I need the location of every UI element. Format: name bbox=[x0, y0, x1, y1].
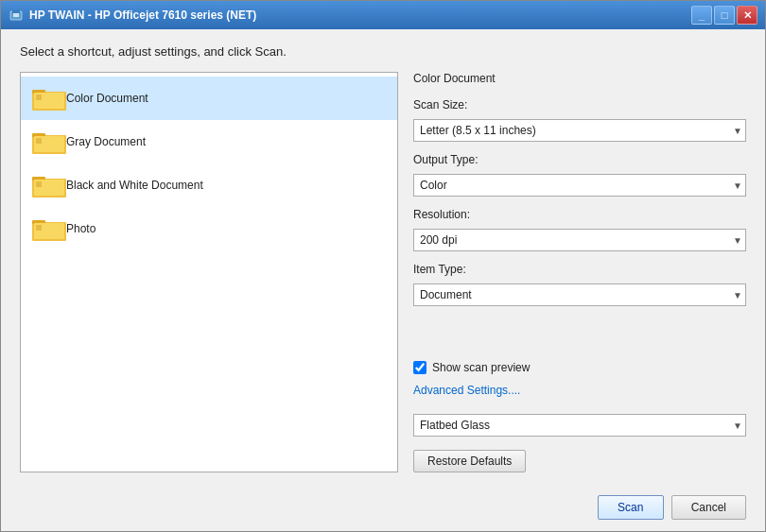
cancel-button[interactable]: Cancel bbox=[671, 495, 746, 520]
scan-size-dropdown-container: Letter (8.5 x 11 inches) Legal A4 Custom… bbox=[413, 119, 746, 142]
shortcut-label-color-doc: Color Document bbox=[66, 92, 148, 105]
shortcut-item-color-doc[interactable]: Color Document bbox=[21, 77, 397, 120]
restore-defaults-button[interactable]: Restore Defaults bbox=[413, 450, 526, 472]
show-preview-checkbox[interactable] bbox=[413, 361, 427, 374]
main-area: Color Document Gray Document bbox=[20, 72, 746, 472]
svg-rect-1 bbox=[12, 9, 20, 13]
close-button[interactable]: ✕ bbox=[737, 6, 757, 25]
minimize-button[interactable]: _ bbox=[691, 6, 712, 25]
svg-rect-12 bbox=[34, 136, 64, 152]
output-type-dropdown[interactable]: Color Grayscale Black and White bbox=[413, 174, 746, 197]
resolution-dropdown-container: 75 dpi 100 dpi 150 dpi 200 dpi 300 dpi 6… bbox=[413, 229, 746, 251]
shortcut-list: Color Document Gray Document bbox=[20, 72, 398, 472]
item-type-dropdown[interactable]: Document Photo Text bbox=[413, 283, 746, 306]
scan-button[interactable]: Scan bbox=[598, 495, 664, 520]
source-dropdown-container: Flatbed Glass Automatic Document Feeder … bbox=[413, 414, 746, 437]
svg-rect-2 bbox=[13, 13, 19, 17]
resolution-dropdown[interactable]: 75 dpi 100 dpi 150 dpi 200 dpi 300 dpi 6… bbox=[413, 229, 746, 251]
folder-icon-photo bbox=[32, 215, 66, 243]
settings-panel: Color Document Scan Size: Letter (8.5 x … bbox=[413, 72, 746, 472]
title-text: HP TWAIN - HP Officejet 7610 series (NET… bbox=[29, 9, 691, 22]
restore-button[interactable]: □ bbox=[714, 6, 735, 25]
app-icon bbox=[9, 8, 24, 23]
shortcut-label-photo: Photo bbox=[66, 222, 96, 235]
show-preview-label[interactable]: Show scan preview bbox=[432, 361, 530, 374]
window-controls: _ □ ✕ bbox=[691, 6, 757, 25]
item-type-label: Item Type: bbox=[413, 263, 746, 276]
window-content: Select a shortcut, adjust settings, and … bbox=[1, 29, 765, 488]
svg-rect-18 bbox=[34, 180, 64, 196]
main-window: HP TWAIN - HP Officejet 7610 series (NET… bbox=[0, 0, 766, 532]
shortcut-item-bw-doc[interactable]: Black and White Document bbox=[21, 163, 397, 207]
source-dropdown-row: Flatbed Glass Automatic Document Feeder … bbox=[413, 414, 746, 437]
instruction-text: Select a shortcut, adjust settings, and … bbox=[20, 44, 746, 59]
settings-group-label: Color Document bbox=[413, 72, 746, 85]
shortcut-item-photo[interactable]: Photo bbox=[21, 207, 397, 250]
title-bar: HP TWAIN - HP Officejet 7610 series (NET… bbox=[1, 1, 765, 29]
item-type-dropdown-container: Document Photo Text ▼ bbox=[413, 283, 746, 306]
bottom-bar: Scan Cancel bbox=[1, 488, 765, 531]
shortcut-item-gray-doc[interactable]: Gray Document bbox=[21, 120, 397, 163]
folder-icon-bw bbox=[32, 171, 66, 199]
svg-rect-6 bbox=[34, 93, 64, 109]
scan-size-dropdown[interactable]: Letter (8.5 x 11 inches) Legal A4 Custom bbox=[413, 119, 746, 142]
svg-rect-24 bbox=[34, 223, 64, 239]
source-dropdown[interactable]: Flatbed Glass Automatic Document Feeder bbox=[413, 414, 746, 437]
folder-icon-color bbox=[32, 84, 66, 112]
output-type-dropdown-container: Color Grayscale Black and White ▼ bbox=[413, 174, 746, 197]
scan-size-label: Scan Size: bbox=[413, 98, 746, 112]
advanced-settings-link[interactable]: Advanced Settings.... bbox=[413, 384, 746, 397]
output-type-label: Output Type: bbox=[413, 153, 746, 166]
shortcut-label-gray-doc: Gray Document bbox=[66, 135, 146, 148]
resolution-label: Resolution: bbox=[413, 208, 746, 221]
folder-icon-gray bbox=[32, 128, 66, 156]
show-preview-row: Show scan preview bbox=[413, 361, 746, 374]
shortcut-label-bw-doc: Black and White Document bbox=[66, 179, 203, 192]
